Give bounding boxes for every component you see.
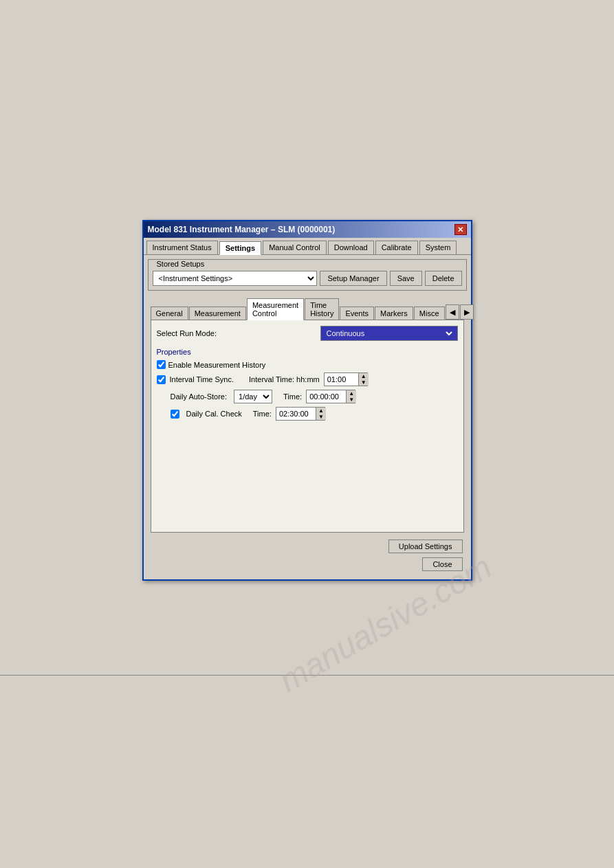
main-panel: Select Run Mode: Continuous Properties E… <box>151 320 464 533</box>
tab-calibrate[interactable]: Calibrate <box>375 241 418 254</box>
interval-time-sync-label: Interval Time Sync. <box>170 375 234 383</box>
delete-button[interactable]: Delete <box>425 271 462 286</box>
cal-check-time-spinner: ▲ ▼ <box>276 407 325 421</box>
daily-cal-check-row: Daily Cal. Check Time: ▲ ▼ <box>171 407 458 421</box>
main-tab-bar: Instrument Status Settings Manual Contro… <box>144 238 471 255</box>
enable-measurement-history-label: Enable Measurement History <box>168 361 266 369</box>
inner-tab-measurement[interactable]: Measurement <box>189 307 246 320</box>
inner-tab-measurement-control[interactable]: Measurement Control <box>247 298 304 320</box>
daily-cal-check-label: Daily Cal. Check <box>186 410 242 418</box>
tab-instrument-status[interactable]: Instrument Status <box>146 241 218 254</box>
auto-store-time-label: Time: <box>283 392 302 401</box>
interval-time-sync-row: Interval Time Sync. Interval Time: hh:mm… <box>157 372 458 386</box>
run-mode-row: Select Run Mode: Continuous <box>157 326 458 341</box>
close-button[interactable]: Close <box>422 557 462 571</box>
stored-setups-group: Stored Setups <Instrument Settings> Setu… <box>148 259 467 291</box>
auto-store-time-input[interactable] <box>306 390 346 403</box>
window-close-button[interactable]: ✕ <box>454 224 467 235</box>
inner-tab-general[interactable]: General <box>151 307 188 320</box>
interval-time-up[interactable]: ▲ <box>359 373 369 379</box>
auto-store-time-up[interactable]: ▲ <box>347 390 356 397</box>
daily-auto-store-row: Daily Auto-Store: 1/day 2/day 4/day Neve… <box>171 390 458 403</box>
properties-label: Properties <box>157 348 458 356</box>
interval-time-spinner: ▲ ▼ <box>324 372 368 386</box>
daily-cal-check-checkbox[interactable] <box>171 410 179 419</box>
enable-measurement-history-row: Enable Measurement History <box>157 360 458 369</box>
content-area: Stored Setups <Instrument Settings> Setu… <box>144 255 471 579</box>
instrument-settings-dropdown[interactable]: <Instrument Settings> <box>153 271 318 286</box>
stored-setups-row: <Instrument Settings> Setup Manager Save… <box>149 268 466 290</box>
tab-download[interactable]: Download <box>328 241 374 254</box>
stored-setups-legend: Stored Setups <box>154 260 208 268</box>
tab-settings[interactable]: Settings <box>219 241 261 255</box>
interval-time-spinners: ▲ ▼ <box>358 372 368 386</box>
tab-system[interactable]: System <box>419 241 457 254</box>
cal-check-time-up[interactable]: ▲ <box>316 408 326 414</box>
inner-tab-misce[interactable]: Misce <box>414 307 445 320</box>
auto-store-time-spinners: ▲ ▼ <box>346 390 355 403</box>
save-button[interactable]: Save <box>390 271 422 286</box>
tab-manual-control[interactable]: Manual Control <box>263 241 327 254</box>
daily-auto-store-select[interactable]: 1/day 2/day 4/day Never <box>234 390 272 403</box>
bottom-buttons: Upload Settings <box>148 535 467 556</box>
tab-scroll-left[interactable]: ◀ <box>446 304 459 320</box>
interval-time-sync-checkbox[interactable] <box>157 375 166 384</box>
upload-settings-button[interactable]: Upload Settings <box>388 539 463 553</box>
inner-tab-markers[interactable]: Markers <box>375 307 413 320</box>
cal-check-time-label: Time: <box>253 410 272 418</box>
interval-time-input[interactable] <box>324 372 358 386</box>
bottom-divider <box>0 675 614 676</box>
cal-check-time-spinners: ▲ ▼ <box>316 407 325 421</box>
run-mode-select[interactable]: Continuous <box>324 329 454 338</box>
close-row: Close <box>148 556 467 575</box>
main-window: Model 831 Instrument Manager – SLM (0000… <box>142 220 472 581</box>
inner-tab-events[interactable]: Events <box>340 307 374 320</box>
tab-scroll-right[interactable]: ▶ <box>460 304 474 320</box>
inner-tab-time-history[interactable]: Time History <box>305 298 339 320</box>
enable-measurement-history-checkbox[interactable] <box>157 360 166 369</box>
auto-store-time-spinner: ▲ ▼ <box>306 390 355 403</box>
cal-check-time-down[interactable]: ▼ <box>316 414 326 420</box>
window-title: Model 831 Instrument Manager – SLM (0000… <box>148 225 336 234</box>
setup-manager-button[interactable]: Setup Manager <box>320 271 386 286</box>
cal-check-time-input[interactable] <box>276 407 316 421</box>
run-mode-label: Select Run Mode: <box>157 329 217 337</box>
auto-store-time-down[interactable]: ▼ <box>347 397 356 403</box>
run-mode-dropdown[interactable]: Continuous <box>320 326 458 341</box>
interval-time-down[interactable]: ▼ <box>359 379 369 386</box>
daily-auto-store-label: Daily Auto-Store: <box>171 392 228 401</box>
inner-tab-bar: General Measurement Measurement Control … <box>148 295 467 320</box>
title-bar: Model 831 Instrument Manager – SLM (0000… <box>144 221 471 238</box>
interval-time-label: Interval Time: hh:mm <box>249 375 320 383</box>
